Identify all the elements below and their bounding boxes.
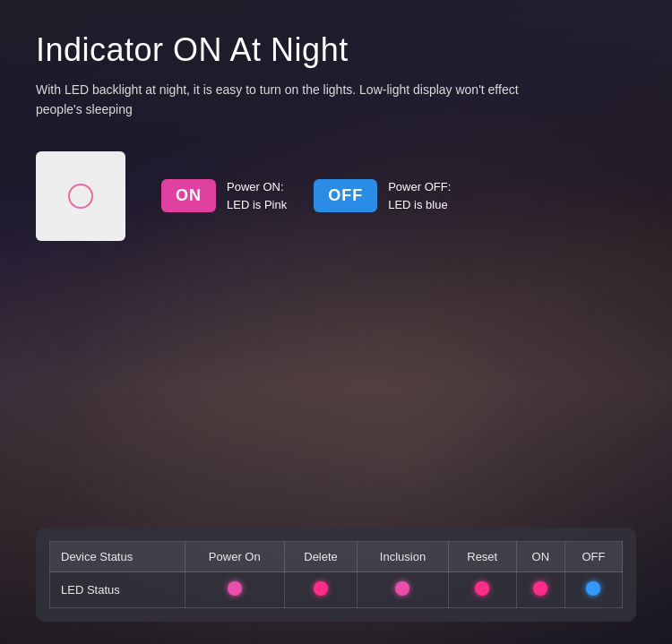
led-dot-pink-1 <box>228 581 242 596</box>
off-label: Power OFF: LED is blue <box>388 178 451 213</box>
page-subtitle: With LED backlight at night, it is easy … <box>36 80 556 120</box>
col-header-reset: Reset <box>448 542 516 572</box>
dot-off <box>564 572 622 608</box>
col-header-inclusion: Inclusion <box>358 542 449 572</box>
dot-on <box>516 572 564 608</box>
led-dot-pink-2 <box>395 581 409 596</box>
led-status-table: Device Status Power On Delete Inclusion … <box>49 541 623 608</box>
indicator-section: ON Power ON: LED is Pink OFF Power OFF: … <box>36 151 636 241</box>
led-dot-hotpink-2 <box>475 581 489 596</box>
col-header-device-status: Device Status <box>50 542 185 572</box>
on-label: Power ON: LED is Pink <box>227 178 287 213</box>
table-row: LED Status <box>50 572 623 608</box>
led-state-on: ON Power ON: LED is Pink <box>161 178 287 213</box>
row-label: LED Status <box>50 572 185 608</box>
table-header-row: Device Status Power On Delete Inclusion … <box>50 542 623 572</box>
led-ring-icon <box>68 184 93 209</box>
led-states-container: ON Power ON: LED is Pink OFF Power OFF: … <box>161 178 451 213</box>
dot-delete <box>284 572 357 608</box>
led-state-off: OFF Power OFF: LED is blue <box>314 178 451 213</box>
col-header-on: ON <box>516 542 564 572</box>
led-dot-hotpink-3 <box>533 581 547 596</box>
col-header-power-on: Power On <box>185 542 284 572</box>
on-badge: ON <box>161 179 216 212</box>
led-dot-hotpink-1 <box>314 581 328 596</box>
col-header-delete: Delete <box>284 542 357 572</box>
page-title: Indicator ON At Night <box>36 31 636 69</box>
col-header-off: OFF <box>564 542 622 572</box>
status-table-container: Device Status Power On Delete Inclusion … <box>36 528 636 622</box>
dot-inclusion <box>358 572 449 608</box>
switch-icon <box>36 151 125 241</box>
dot-power-on <box>185 572 284 608</box>
led-dot-blue-1 <box>586 581 600 596</box>
main-content: Indicator ON At Night With LED backlight… <box>0 0 672 286</box>
off-badge: OFF <box>314 179 377 212</box>
dot-reset <box>448 572 516 608</box>
